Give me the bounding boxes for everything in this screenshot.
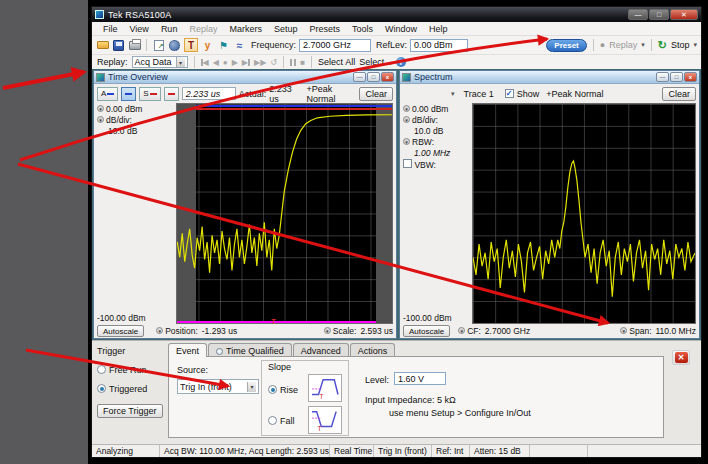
vbw-checkbox[interactable]	[403, 159, 412, 168]
span-label[interactable]: Span:	[629, 326, 651, 336]
level-input[interactable]: 1.60 V	[394, 372, 446, 385]
y-top-label[interactable]: 0.00 dBm	[412, 104, 448, 114]
menu-setup[interactable]: Setup	[268, 24, 304, 34]
select-button[interactable]: Select...	[359, 57, 392, 67]
titlebar[interactable]: Tek RSA5100A — □ ✕	[92, 7, 701, 22]
close-button[interactable]: ✕	[670, 9, 698, 20]
expand-icon[interactable]: ▾	[324, 327, 331, 334]
restore-button[interactable]: □	[367, 72, 380, 82]
spectrum-titlebar[interactable]: Spectrum — □ x	[400, 71, 699, 84]
settings-gear-icon[interactable]	[168, 39, 181, 52]
antenna-icon[interactable]: y	[201, 39, 214, 52]
spectrum-length-input[interactable]: 2.233 us	[182, 87, 236, 100]
close-icon[interactable]: x	[381, 72, 394, 82]
dbdiv-value[interactable]: 10.0 dB	[97, 126, 176, 136]
analysis-marker-button[interactable]	[121, 87, 136, 101]
trigger-position-marker[interactable]: T	[272, 318, 276, 325]
cf-value[interactable]: 2.7000 GHz	[485, 326, 530, 336]
minimize-button[interactable]: —	[656, 72, 669, 82]
waveform-icon[interactable]: ≈	[233, 39, 246, 52]
skip-to-start-icon[interactable]: ◀	[201, 58, 209, 67]
scale-value[interactable]: 2.593 us	[360, 326, 393, 336]
menu-file[interactable]: File	[97, 24, 124, 34]
minimize-button[interactable]: —	[628, 9, 648, 20]
restore-button[interactable]: □	[670, 72, 683, 82]
autoscale-button[interactable]: Autoscale	[97, 325, 144, 337]
marker-flag-icon[interactable]: ⚑	[217, 39, 230, 52]
force-trigger-button[interactable]: Force Trigger	[97, 404, 163, 418]
loop-icon[interactable]: ↺	[270, 58, 277, 67]
rbw-label[interactable]: RBW:	[412, 137, 434, 147]
tab-event[interactable]: Event	[168, 343, 207, 357]
close-trigger-panel-button[interactable]: ✕	[672, 350, 690, 365]
select-all-button[interactable]: Select All	[318, 57, 355, 67]
play-icon[interactable]: ▶	[232, 58, 238, 67]
expand-icon[interactable]: ▾	[97, 105, 104, 112]
tab-actions[interactable]: Actions	[350, 343, 396, 357]
maximize-button[interactable]: □	[649, 9, 669, 20]
position-value[interactable]: -1.293 us	[202, 326, 237, 336]
fall-radio[interactable]: Fall	[268, 416, 295, 426]
analysis-time-button[interactable]: A	[97, 87, 118, 101]
chevron-down-icon[interactable]: ▾	[176, 57, 185, 67]
expand-icon[interactable]: ▾	[403, 116, 410, 123]
print-icon[interactable]	[128, 39, 141, 52]
minimize-button[interactable]: —	[353, 72, 366, 82]
chevron-down-icon[interactable]: ▾	[451, 90, 455, 98]
chevron-down-icon[interactable]: ▾	[247, 382, 256, 392]
rise-radio[interactable]: Rise	[268, 385, 298, 395]
preset-button[interactable]: Preset	[546, 39, 586, 52]
menu-help[interactable]: Help	[423, 24, 454, 34]
scale-label[interactable]: Scale:	[333, 326, 357, 336]
spectrum-plot[interactable]	[472, 103, 696, 324]
clear-button[interactable]: Clear	[662, 87, 696, 101]
run-loop-icon[interactable]: ↻	[658, 39, 667, 52]
info-icon[interactable]: i	[396, 57, 406, 67]
save-icon[interactable]	[112, 39, 125, 52]
triggered-radio[interactable]: Triggered	[97, 384, 170, 394]
expand-icon[interactable]: ▾	[620, 327, 627, 334]
expand-icon[interactable]: ▾	[458, 327, 465, 334]
expand-icon[interactable]: ▾	[97, 116, 104, 123]
frequency-input[interactable]: 2.7000 GHz	[299, 39, 371, 52]
position-label[interactable]: Position:	[165, 326, 198, 336]
skip-to-end-icon[interactable]: ▶	[242, 58, 250, 67]
close-icon[interactable]: x	[684, 72, 697, 82]
show-checkbox[interactable]: ✓	[505, 89, 514, 98]
dbdiv-label[interactable]: dB/div:	[106, 115, 132, 125]
expand-icon[interactable]: ▾	[403, 105, 410, 112]
menu-tools[interactable]: Tools	[346, 24, 379, 34]
free-run-radio[interactable]: Free Run	[97, 365, 170, 375]
pause-icon[interactable]	[290, 58, 296, 67]
rbw-value[interactable]: 1.00 MHz	[403, 148, 472, 158]
time-overview-titlebar[interactable]: Time Overview — □ x	[94, 71, 396, 84]
trigger-t-button[interactable]: T	[184, 38, 198, 52]
expand-icon[interactable]: ▾	[156, 327, 163, 334]
expand-icon[interactable]: ▾	[403, 138, 410, 145]
tab-advanced[interactable]: Advanced	[293, 343, 349, 357]
stop-button[interactable]: Stop	[671, 40, 690, 50]
dbdiv-value[interactable]: 10.0 dB	[403, 126, 472, 136]
menu-window[interactable]: Window	[379, 24, 423, 34]
spectrum-marker-button[interactable]	[164, 87, 179, 101]
autoscale-button[interactable]: Autoscale	[403, 325, 450, 337]
open-folder-icon[interactable]	[96, 39, 109, 52]
span-value[interactable]: 110.0 MHz	[656, 326, 696, 336]
trace-label[interactable]: Trace 1	[464, 89, 494, 99]
y-top-label[interactable]: 0.00 dBm	[106, 104, 142, 114]
tab-time-qualified[interactable]: Time Qualified	[208, 343, 292, 357]
dbdiv-label[interactable]: dB/div:	[412, 115, 438, 125]
cf-label[interactable]: CF:	[467, 326, 481, 336]
step-back-icon[interactable]: ◀	[213, 58, 219, 67]
stop-playback-icon[interactable]: ■	[300, 58, 305, 67]
menu-view[interactable]: View	[124, 24, 155, 34]
menu-run[interactable]: Run	[155, 24, 184, 34]
spectrum-time-button[interactable]: S	[139, 87, 160, 101]
stop-dropdown-icon[interactable]: ▾	[693, 41, 697, 49]
fast-forward-icon[interactable]: ▶▶	[254, 58, 266, 67]
replay-dropdown-icon[interactable]: ▾	[641, 41, 645, 49]
menu-presets[interactable]: Presets	[303, 24, 346, 34]
time-overview-plot[interactable]: T	[176, 103, 393, 324]
record-icon[interactable]: ●	[223, 58, 228, 67]
export-icon[interactable]	[152, 39, 165, 52]
